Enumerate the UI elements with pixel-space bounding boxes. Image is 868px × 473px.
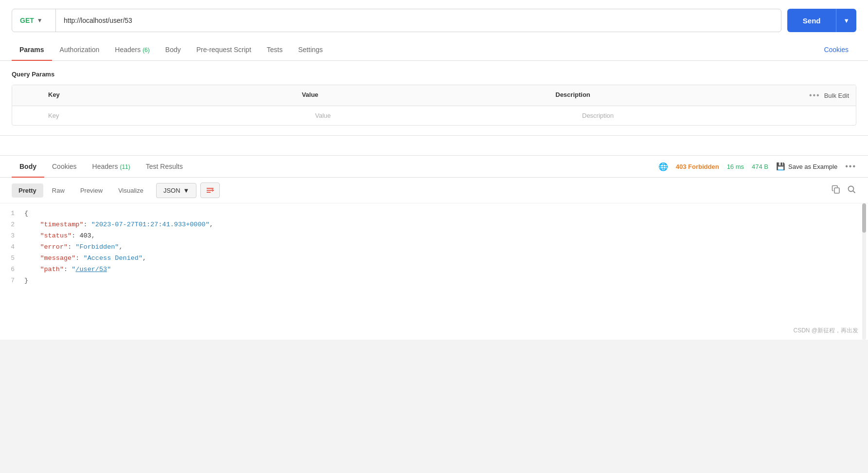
response-area: 1 { 2 "timestamp": "2023-07-27T01:27:41.…	[0, 203, 868, 340]
row-description[interactable]: Description	[575, 106, 842, 125]
wrap-button[interactable]	[200, 182, 220, 198]
params-table: Key Value Description ••• Bulk Edit Key …	[12, 85, 856, 126]
scrollbar-thumb[interactable]	[862, 203, 866, 233]
format-tab-pretty[interactable]: Pretty	[12, 183, 43, 198]
json-content-4: "error": "Forbidden",	[24, 242, 868, 253]
res-tab-headers[interactable]: Headers (11)	[85, 156, 138, 177]
table-row: Key Value Description	[12, 106, 856, 125]
line-num-7: 7	[0, 275, 24, 286]
json-content-6: "path": "/user/53"	[24, 264, 868, 275]
bulk-edit-area: ••• Bulk Edit	[802, 85, 856, 106]
line-num-4: 4	[0, 242, 24, 253]
json-content-7: }	[24, 275, 868, 287]
svg-line-5	[853, 191, 855, 193]
json-content-5: "message": "Access Denied",	[24, 253, 868, 264]
res-tab-body[interactable]: Body	[12, 156, 44, 177]
row-value[interactable]: Value	[308, 106, 575, 125]
save-icon: 💾	[776, 162, 785, 171]
size-badge: 474 B	[752, 163, 768, 170]
line-num-2: 2	[0, 219, 24, 230]
url-bar: GET ▼	[12, 9, 781, 32]
method-selector[interactable]: GET ▼	[12, 9, 56, 32]
row-key[interactable]: Key	[41, 106, 308, 125]
bulk-edit-label[interactable]: Bulk Edit	[824, 92, 849, 99]
format-bar: Pretty Raw Preview Visualize JSON ▼	[0, 178, 868, 203]
tab-authorization[interactable]: Authorization	[52, 39, 107, 60]
line-num-1: 1	[0, 208, 24, 219]
format-tab-visualize[interactable]: Visualize	[111, 183, 150, 198]
tab-settings[interactable]: Settings	[290, 39, 331, 60]
header-value: Value	[295, 85, 549, 106]
send-dropdown-button[interactable]: ▼	[836, 9, 856, 32]
url-bar-section: GET ▼ Send ▼	[0, 0, 868, 39]
svg-point-4	[849, 186, 854, 191]
format-tab-raw[interactable]: Raw	[45, 183, 71, 198]
format-tools-right	[831, 184, 856, 197]
params-table-header: Key Value Description ••• Bulk Edit	[12, 85, 856, 106]
json-content-1: {	[24, 208, 868, 219]
line-num-3: 3	[0, 231, 24, 241]
query-params-title: Query Params	[12, 71, 856, 78]
globe-icon: 🌐	[658, 162, 668, 171]
scrollbar-track[interactable]	[862, 203, 866, 340]
json-content-2: "timestamp": "2023-07-27T01:27:41.933+00…	[24, 219, 868, 231]
path-link[interactable]: /user/53	[75, 266, 107, 273]
tab-params[interactable]: Params	[12, 39, 52, 60]
json-line-1: 1 {	[0, 208, 868, 219]
response-meta: 🌐 403 Forbidden 16 ms 474 B 💾 Save as Ex…	[658, 162, 856, 171]
method-chevron-icon: ▼	[37, 17, 43, 24]
res-tab-testresults[interactable]: Test Results	[138, 156, 191, 177]
line-num-6: 6	[0, 264, 24, 275]
json-line-5: 5 "message": "Access Denied",	[0, 253, 868, 264]
svg-rect-3	[834, 188, 839, 193]
tab-body[interactable]: Body	[158, 39, 189, 60]
response-section: Body Cookies Headers (11) Test Results 🌐…	[0, 156, 868, 340]
status-badge: 403 Forbidden	[676, 163, 719, 170]
json-line-3: 3 "status": 403,	[0, 231, 868, 242]
send-button-group: Send ▼	[787, 9, 856, 32]
tab-cookies[interactable]: Cookies	[816, 39, 856, 60]
res-tab-cookies[interactable]: Cookies	[44, 156, 85, 177]
row-checkbox-cell	[12, 106, 41, 125]
query-params-section: Query Params Key Value Description ••• B…	[0, 61, 868, 135]
format-tab-preview[interactable]: Preview	[73, 183, 109, 198]
method-label: GET	[20, 17, 34, 24]
copy-button[interactable]	[831, 184, 841, 197]
header-key: Key	[41, 85, 295, 106]
save-example-button[interactable]: 💾 Save as Example	[776, 162, 837, 171]
headers-badge: (6)	[142, 47, 150, 54]
time-badge: 16 ms	[727, 163, 744, 170]
line-num-5: 5	[0, 253, 24, 264]
more-options-icon[interactable]: •••	[845, 162, 856, 171]
format-chevron-icon: ▼	[183, 187, 190, 194]
header-description: Description	[549, 85, 802, 106]
json-line-2: 2 "timestamp": "2023-07-27T01:27:41.933+…	[0, 219, 868, 231]
tab-tests[interactable]: Tests	[259, 39, 291, 60]
search-button[interactable]	[847, 184, 856, 197]
res-headers-badge: (11)	[120, 164, 130, 170]
more-options-icon[interactable]: •••	[809, 91, 820, 100]
send-button[interactable]: Send	[787, 9, 836, 32]
tab-prerequest[interactable]: Pre-request Script	[189, 39, 259, 60]
json-line-6: 6 "path": "/user/53"	[0, 264, 868, 275]
response-tabs: Body Cookies Headers (11) Test Results 🌐…	[0, 156, 868, 178]
row-actions	[842, 106, 856, 125]
url-input[interactable]	[56, 17, 781, 24]
tab-headers[interactable]: Headers (6)	[107, 39, 157, 60]
header-checkbox-cell	[12, 85, 41, 106]
watermark: CSDN @新征程，再出发	[793, 327, 858, 335]
request-tabs: Params Authorization Headers (6) Body Pr…	[0, 39, 868, 61]
json-viewer: 1 { 2 "timestamp": "2023-07-27T01:27:41.…	[0, 203, 868, 340]
json-line-7: 7 }	[0, 275, 868, 287]
json-content-3: "status": 403,	[24, 231, 868, 242]
json-line-4: 4 "error": "Forbidden",	[0, 242, 868, 253]
format-select[interactable]: JSON ▼	[156, 183, 197, 198]
main-container: GET ▼ Send ▼ Params Authorization Header…	[0, 0, 868, 340]
